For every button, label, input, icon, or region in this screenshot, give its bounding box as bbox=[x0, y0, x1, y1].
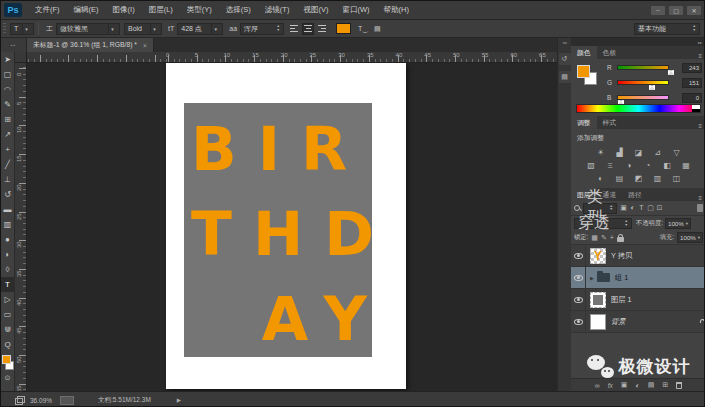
color-spectrum-bar[interactable] bbox=[576, 104, 701, 113]
exposure-icon[interactable]: ⊿ bbox=[651, 147, 664, 158]
poster-gray-rectangle[interactable]: BIRTHDAY bbox=[184, 103, 372, 357]
menu-item-2[interactable]: 图像(I) bbox=[106, 5, 142, 15]
zoom-tool[interactable]: Q bbox=[1, 337, 15, 352]
clone-stamp-tool[interactable]: ⊥ bbox=[1, 172, 15, 187]
close-button[interactable]: ✕ bbox=[687, 6, 701, 15]
toggle-panels-icon[interactable]: ▤ bbox=[374, 25, 381, 33]
font-style-select[interactable]: Bold ▾ bbox=[124, 23, 162, 35]
text-orientation-icon[interactable]: 工 bbox=[46, 24, 53, 34]
lock-transparent-pixels-icon[interactable]: ▦ bbox=[591, 234, 598, 242]
text-color-swatch[interactable] bbox=[336, 23, 351, 34]
black-white-icon[interactable]: ◑ bbox=[623, 160, 636, 171]
align-left-icon[interactable] bbox=[288, 23, 300, 35]
layer-row[interactable]: YY 拷贝 bbox=[571, 245, 705, 267]
invert-icon[interactable]: ◐ bbox=[594, 173, 607, 184]
menu-item-5[interactable]: 选择(S) bbox=[219, 5, 258, 15]
layer-row[interactable]: ▶组 1 bbox=[571, 267, 705, 289]
fill-input[interactable]: 100% ▾ bbox=[677, 232, 703, 243]
quick-selection-tool[interactable]: ✎ bbox=[1, 97, 15, 112]
menu-item-0[interactable]: 文件(F) bbox=[28, 5, 67, 15]
tab-color[interactable]: 颜色 bbox=[571, 46, 597, 59]
rectangular-marquee-tool[interactable]: ▢ bbox=[1, 67, 15, 82]
levels-icon[interactable]: ▟ bbox=[613, 147, 626, 158]
posterize-icon[interactable]: ▤ bbox=[613, 173, 626, 184]
filter-type-layers-icon[interactable]: T bbox=[637, 204, 646, 212]
white-black-swatches[interactable] bbox=[692, 105, 700, 112]
layer-style-icon[interactable]: fx bbox=[608, 382, 613, 389]
hand-tool[interactable]: ⋓ bbox=[1, 322, 15, 337]
visibility-toggle[interactable] bbox=[571, 289, 586, 310]
document-page[interactable]: BIRTHDAY bbox=[166, 63, 406, 389]
layer-filter-select[interactable]: 类型 ▲▼ bbox=[583, 203, 617, 214]
zoom-level-input[interactable]: 36.09% bbox=[30, 397, 52, 404]
lock-all-icon[interactable] bbox=[617, 237, 624, 242]
color-lookup-icon[interactable]: ▦ bbox=[680, 160, 693, 171]
maximize-button[interactable]: ▢ bbox=[669, 6, 683, 15]
workspace-select[interactable]: 基本功能 ▲▼ bbox=[634, 23, 700, 35]
tab-styles[interactable]: 样式 bbox=[597, 116, 623, 129]
align-center-icon[interactable] bbox=[302, 23, 314, 35]
tab-paths[interactable]: 路径 bbox=[622, 188, 648, 201]
move-tool[interactable]: ➤ bbox=[1, 52, 15, 67]
channel-value[interactable]: 243 bbox=[682, 63, 702, 73]
green-slider[interactable]: G151 bbox=[607, 76, 702, 91]
tab-adjustments[interactable]: 调整 bbox=[571, 116, 597, 129]
expand-panels-icon[interactable]: ◂◂ bbox=[562, 38, 566, 47]
delete-layer-icon[interactable] bbox=[676, 382, 682, 389]
canvas-area[interactable]: 05101520253035404550556065 0510152025303… bbox=[15, 52, 557, 391]
blend-mode-select[interactable]: 穿透 ▲▼ bbox=[574, 218, 632, 229]
slider-track[interactable] bbox=[617, 65, 669, 70]
eraser-tool[interactable]: ▬ bbox=[1, 202, 15, 217]
brush-tool[interactable]: ╱ bbox=[1, 157, 15, 172]
lock-image-pixels-icon[interactable]: ✎ bbox=[601, 234, 607, 242]
menu-item-4[interactable]: 类型(Y) bbox=[180, 5, 219, 15]
blur-tool[interactable]: ● bbox=[1, 232, 15, 247]
channel-value[interactable]: 0 bbox=[682, 93, 702, 103]
lock-position-icon[interactable]: + bbox=[610, 234, 614, 241]
warp-text-icon[interactable]: T‿ bbox=[358, 25, 368, 33]
spot-healing-brush-tool[interactable]: + bbox=[1, 142, 15, 157]
photo-filter-icon[interactable]: ◔ bbox=[642, 160, 655, 171]
visibility-toggle[interactable] bbox=[571, 267, 586, 288]
channel-mixer-icon[interactable]: ◧ bbox=[661, 160, 674, 171]
panel-menu-icon[interactable]: ≡ bbox=[698, 123, 705, 129]
close-document-icon[interactable]: × bbox=[143, 42, 147, 49]
new-group-icon[interactable]: ▤ bbox=[648, 381, 655, 389]
red-slider[interactable]: R243 bbox=[607, 61, 702, 76]
font-family-select[interactable]: 微软雅黑 ▾ bbox=[56, 23, 120, 35]
collapse-panels-bar[interactable]: ▸▸ bbox=[571, 38, 705, 46]
dodge-tool[interactable]: ◗ bbox=[1, 247, 15, 262]
rectangle-tool[interactable]: ▭ bbox=[1, 307, 15, 322]
minimize-button[interactable]: – bbox=[651, 6, 665, 15]
panel-menu-icon[interactable]: ≡ bbox=[698, 195, 705, 201]
foreground-color-swatch[interactable] bbox=[577, 65, 590, 78]
toolbar-collapse-stub[interactable]: ▪▪ bbox=[1, 38, 27, 52]
link-layers-icon[interactable]: ∞ bbox=[595, 382, 600, 389]
path-selection-tool[interactable]: ▷ bbox=[1, 292, 15, 307]
visibility-toggle[interactable] bbox=[571, 245, 586, 266]
add-layer-mask-icon[interactable]: ▣ bbox=[621, 381, 628, 389]
properties-panel-icon[interactable]: ▤ bbox=[559, 71, 571, 83]
threshold-icon[interactable]: ◩ bbox=[632, 173, 645, 184]
tool-preset-picker[interactable]: T ▾ bbox=[10, 23, 34, 35]
color-balance-icon[interactable]: Ξ bbox=[604, 160, 617, 171]
filter-adjustment-layers-icon[interactable]: ◐ bbox=[628, 204, 637, 212]
opacity-input[interactable]: 100% ▾ bbox=[665, 218, 691, 229]
document-tab[interactable]: 未标题-1 @ 36.1% (组 1, RGB/8) * × bbox=[27, 38, 154, 52]
curves-icon[interactable]: ◪ bbox=[632, 147, 645, 158]
layer-row[interactable]: 图层 1 bbox=[571, 289, 705, 311]
menu-item-6[interactable]: 滤镜(T) bbox=[258, 5, 297, 15]
layer-row[interactable]: 背景 bbox=[571, 311, 705, 333]
expand-arrow-icon[interactable]: ▶ bbox=[590, 275, 594, 281]
slider-track[interactable] bbox=[617, 80, 669, 85]
filter-smart-objects-icon[interactable]: ⊡ bbox=[655, 204, 664, 212]
status-options-arrow-icon[interactable]: ▶ bbox=[177, 397, 181, 403]
hue-saturation-icon[interactable]: ▧ bbox=[585, 160, 598, 171]
slider-thumb-icon[interactable] bbox=[668, 70, 674, 75]
lasso-tool[interactable]: ◠ bbox=[1, 82, 15, 97]
anti-alias-select[interactable]: 浑厚 ▲▼ bbox=[240, 23, 284, 35]
type-tool[interactable]: T bbox=[1, 277, 15, 292]
filter-toggle-icon[interactable] bbox=[697, 204, 703, 212]
slider-thumb-icon[interactable] bbox=[649, 85, 655, 90]
history-brush-tool[interactable]: ↺ bbox=[1, 187, 15, 202]
